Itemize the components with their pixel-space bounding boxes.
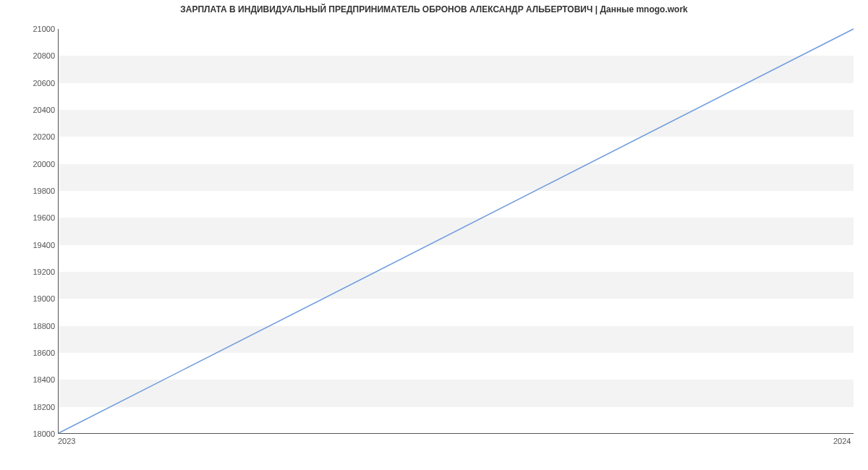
y-tick-label: 19600 — [19, 213, 55, 222]
y-tick-label: 19000 — [19, 294, 55, 303]
y-tick-label: 19400 — [19, 241, 55, 249]
y-tick-label: 18800 — [19, 322, 55, 330]
chart-title: ЗАРПЛАТА В ИНДИВИДУАЛЬНЫЙ ПРЕДПРИНИМАТЕЛ… — [0, 4, 868, 14]
y-tick-label: 18400 — [19, 375, 55, 384]
y-tick-label: 18600 — [19, 349, 55, 357]
y-tick-label: 18000 — [19, 430, 55, 438]
line-layer — [59, 29, 854, 433]
y-tick-label: 20600 — [19, 79, 55, 87]
x-tick-label: 2023 — [58, 437, 75, 445]
y-tick-label: 19200 — [19, 268, 55, 276]
series-line-salary — [59, 29, 854, 433]
x-tick-label: 2024 — [833, 437, 851, 445]
y-tick-label: 19800 — [19, 187, 55, 195]
y-tick-label: 20800 — [19, 51, 55, 60]
y-tick-label: 18200 — [19, 403, 55, 411]
plot-area — [58, 29, 854, 434]
salary-chart: ЗАРПЛАТА В ИНДИВИДУАЛЬНЫЙ ПРЕДПРИНИМАТЕЛ… — [0, 0, 868, 470]
y-tick-label: 20200 — [19, 132, 55, 141]
y-tick-label: 20400 — [19, 106, 55, 114]
y-tick-label: 20000 — [19, 160, 55, 168]
y-tick-label: 21000 — [19, 25, 55, 33]
